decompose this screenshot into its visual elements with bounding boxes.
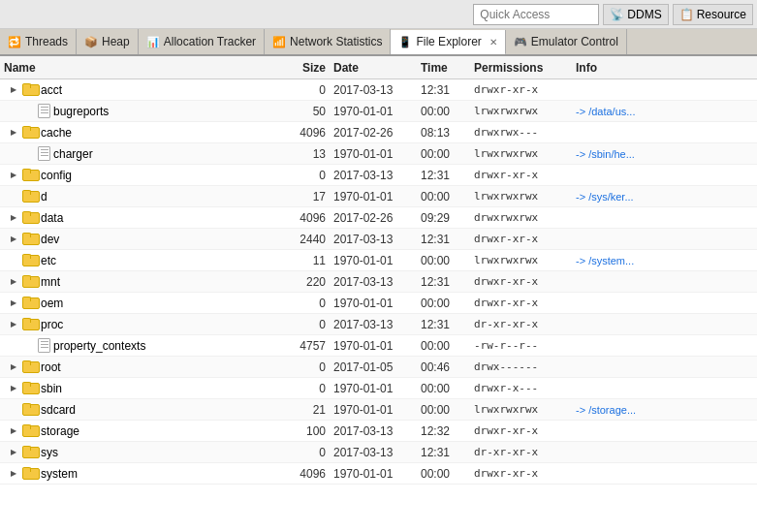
cell-permissions: drwx------ bbox=[474, 360, 576, 373]
table-row[interactable]: ▶ system 4096 1970-01-01 00:00 drwxr-xr-… bbox=[0, 463, 757, 485]
cell-name: ▶ sbin bbox=[4, 382, 285, 395]
expand-arrow[interactable]: ▶ bbox=[8, 276, 19, 288]
table-row[interactable]: ▶ data 4096 2017-02-26 09:29 drwxrwxrwx bbox=[0, 207, 757, 229]
tab-icon-threads: 🔁 bbox=[8, 36, 21, 48]
cell-time: 12:31 bbox=[421, 318, 474, 331]
tab-bar: 🔁 Threads 📦 Heap 📊 Allocation Tracker 📶 … bbox=[0, 29, 757, 56]
cell-size: 0 bbox=[285, 83, 333, 97]
tab-close-file-explorer[interactable]: ✕ bbox=[489, 37, 497, 47]
quick-access-input[interactable] bbox=[473, 4, 599, 25]
cell-name: ▶ root bbox=[4, 360, 285, 374]
table-row[interactable]: charger 13 1970-01-01 00:00 lrwxrwxrwx -… bbox=[0, 143, 757, 165]
expand-arrow[interactable]: ▶ bbox=[8, 84, 19, 96]
folder-icon bbox=[22, 403, 38, 416]
expand-arrow[interactable]: ▶ bbox=[8, 170, 19, 181]
table-row[interactable]: ▶ config 0 2017-03-13 12:31 drwxr-xr-x bbox=[0, 165, 757, 186]
tab-threads[interactable]: 🔁 Threads bbox=[0, 29, 77, 54]
folder-icon bbox=[22, 169, 38, 181]
ddms-button[interactable]: 📡 DDMS bbox=[603, 4, 668, 25]
cell-name: d bbox=[4, 190, 285, 203]
file-name: cache bbox=[41, 126, 72, 140]
folder-icon bbox=[22, 233, 38, 245]
table-row[interactable]: ▶ storage 100 2017-03-13 12:32 drwxr-xr-… bbox=[0, 421, 757, 442]
cell-permissions: drwxr-x--- bbox=[474, 382, 576, 394]
col-header-size: Size bbox=[285, 61, 333, 75]
cell-size: 0 bbox=[285, 169, 333, 182]
cell-info: -> /system... bbox=[576, 255, 753, 266]
table-row[interactable]: ▶ dev 2440 2017-03-13 12:31 drwxr-xr-x bbox=[0, 229, 757, 250]
expand-arrow[interactable]: ▶ bbox=[8, 468, 19, 480]
cell-time: 00:00 bbox=[421, 254, 474, 267]
cell-permissions: drwxrwx--- bbox=[474, 126, 576, 139]
cell-permissions: drwxr-xr-x bbox=[474, 275, 576, 288]
cell-permissions: dr-xr-xr-x bbox=[474, 318, 576, 330]
cell-name: ▶ oem bbox=[4, 297, 285, 310]
file-name: proc bbox=[41, 318, 63, 331]
tab-emulator[interactable]: 🎮 Emulator Control bbox=[506, 29, 627, 54]
cell-time: 12:31 bbox=[421, 169, 474, 182]
expand-arrow[interactable]: ▶ bbox=[8, 447, 19, 458]
column-headers: Name Size Date Time Permissions Info bbox=[0, 56, 757, 79]
tab-network[interactable]: 📶 Network Statistics bbox=[265, 29, 391, 54]
expand-arrow[interactable]: ▶ bbox=[8, 234, 19, 245]
expand-arrow bbox=[23, 340, 35, 352]
cell-size: 13 bbox=[285, 147, 333, 161]
tab-label-allocation: Allocation Tracker bbox=[164, 35, 256, 48]
table-row[interactable]: ▶ oem 0 1970-01-01 00:00 drwxr-xr-x bbox=[0, 293, 757, 314]
cell-size: 0 bbox=[285, 297, 333, 310]
tab-file-explorer[interactable]: 📱 File Explorer ✕ bbox=[391, 30, 505, 55]
cell-permissions: drwxr-xr-x bbox=[474, 424, 576, 437]
cell-permissions: lrwxrwxrwx bbox=[474, 105, 576, 117]
file-icon bbox=[38, 104, 50, 118]
cell-time: 00:00 bbox=[421, 382, 474, 395]
file-name: storage bbox=[41, 424, 79, 438]
col-header-time: Time bbox=[421, 61, 474, 75]
expand-arrow[interactable]: ▶ bbox=[8, 297, 19, 309]
cell-name: etc bbox=[4, 254, 285, 267]
table-row[interactable]: ▶ mnt 220 2017-03-13 12:31 drwxr-xr-x bbox=[0, 271, 757, 293]
table-row[interactable]: ▶ sbin 0 1970-01-01 00:00 drwxr-x--- bbox=[0, 378, 757, 399]
table-row[interactable]: ▶ root 0 2017-01-05 00:46 drwx------ bbox=[0, 357, 757, 378]
expand-arrow[interactable]: ▶ bbox=[8, 127, 19, 139]
file-name: sdcard bbox=[41, 403, 76, 417]
cell-date: 1970-01-01 bbox=[333, 339, 421, 353]
cell-size: 0 bbox=[285, 318, 333, 331]
table-row[interactable]: etc 11 1970-01-01 00:00 lrwxrwxrwx -> /s… bbox=[0, 250, 757, 271]
cell-date: 1970-01-01 bbox=[333, 105, 421, 118]
cell-time: 00:00 bbox=[421, 297, 474, 310]
expand-arrow[interactable]: ▶ bbox=[8, 361, 19, 373]
resource-button[interactable]: 📋 Resource bbox=[673, 4, 753, 25]
cell-date: 1970-01-01 bbox=[333, 147, 421, 161]
tab-icon-network: 📶 bbox=[272, 36, 286, 48]
cell-date: 2017-03-13 bbox=[333, 233, 421, 246]
cell-size: 0 bbox=[285, 382, 333, 395]
expand-arrow[interactable]: ▶ bbox=[8, 383, 19, 394]
cell-name: sdcard bbox=[4, 403, 285, 417]
table-row[interactable]: ▶ acct 0 2017-03-13 12:31 drwxr-xr-x bbox=[0, 79, 757, 101]
table-row[interactable]: bugreports 50 1970-01-01 00:00 lrwxrwxrw… bbox=[0, 101, 757, 122]
expand-arrow[interactable]: ▶ bbox=[8, 212, 19, 224]
folder-icon bbox=[22, 297, 38, 309]
cell-date: 2017-02-26 bbox=[333, 211, 421, 225]
expand-arrow bbox=[8, 404, 19, 416]
cell-name: bugreports bbox=[4, 104, 285, 118]
table-row[interactable]: ▶ cache 4096 2017-02-26 08:13 drwxrwx--- bbox=[0, 122, 757, 143]
table-row[interactable]: property_contexts 4757 1970-01-01 00:00 … bbox=[0, 335, 757, 357]
col-header-info: Info bbox=[576, 61, 753, 75]
folder-icon bbox=[22, 318, 38, 330]
cell-size: 17 bbox=[285, 190, 333, 203]
expand-arrow[interactable]: ▶ bbox=[8, 425, 19, 437]
cell-name: ▶ acct bbox=[4, 83, 285, 97]
table-row[interactable]: ▶ sys 0 2017-03-13 12:31 dr-xr-xr-x bbox=[0, 442, 757, 463]
table-row[interactable]: ▶ proc 0 2017-03-13 12:31 dr-xr-xr-x bbox=[0, 314, 757, 335]
tab-allocation[interactable]: 📊 Allocation Tracker bbox=[139, 29, 265, 54]
cell-name: ▶ proc bbox=[4, 318, 285, 331]
table-row[interactable]: sdcard 21 1970-01-01 00:00 lrwxrwxrwx ->… bbox=[0, 399, 757, 421]
table-row[interactable]: d 17 1970-01-01 00:00 lrwxrwxrwx -> /sys… bbox=[0, 186, 757, 207]
folder-icon bbox=[22, 190, 38, 203]
cell-name: ▶ cache bbox=[4, 126, 285, 140]
tab-heap[interactable]: 📦 Heap bbox=[77, 29, 139, 54]
cell-info: -> /storage... bbox=[576, 404, 753, 416]
tab-label-threads: Threads bbox=[25, 35, 68, 48]
expand-arrow[interactable]: ▶ bbox=[8, 319, 19, 330]
